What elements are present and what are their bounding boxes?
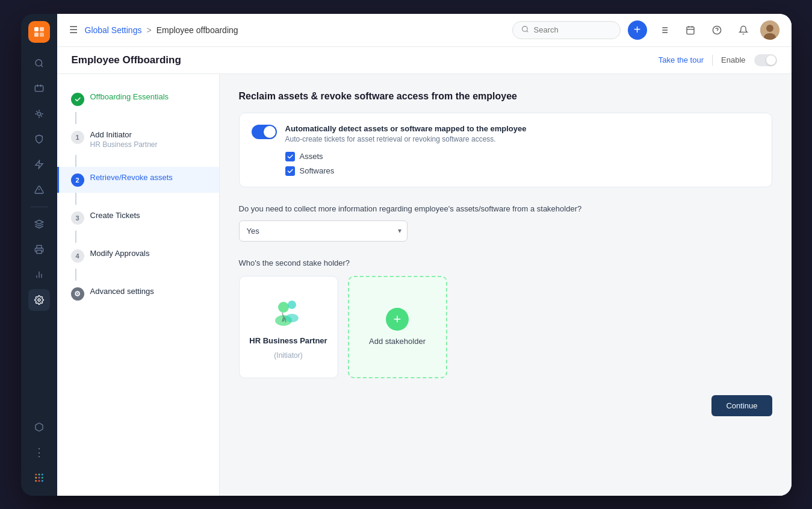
checkbox-softwares[interactable]: Softwares (285, 166, 760, 176)
svg-point-24 (522, 26, 527, 31)
sidebar-icon-shield[interactable] (28, 128, 50, 150)
nav-item-approvals[interactable]: 4 Modify Approvals (57, 243, 219, 269)
nav-item-essentials[interactable]: Offboarding Essentials (57, 86, 219, 112)
add-stakeholder-card[interactable]: + Add stakeholder (348, 276, 447, 378)
toggle-card-desc: Auto-create tickets for asset retrieval … (285, 135, 527, 143)
calendar-icon[interactable] (681, 20, 700, 40)
page-title: Employee Offboarding (72, 54, 181, 66)
checkbox-assets-box[interactable] (285, 152, 295, 161)
checkbox-softwares-box[interactable] (285, 166, 295, 176)
svg-rect-3 (40, 33, 44, 37)
sidebar: ⋮ (21, 14, 57, 496)
enable-toggle[interactable] (754, 54, 777, 66)
svg-point-14 (38, 299, 40, 301)
nav-item-initiator[interactable]: 1 Add Initiator HR Business Partner (57, 124, 219, 155)
breadcrumb: Global Settings > Employee offboarding (85, 25, 238, 35)
sidebar-icon-printer[interactable] (28, 239, 50, 260)
main-content: ☰ Global Settings > Employee offboarding… (57, 14, 792, 496)
nav-step-advanced: ⚙ (71, 287, 84, 301)
nav-label-essentials: Offboarding Essentials (90, 92, 207, 101)
svg-point-43 (285, 314, 299, 322)
stakeholder-cards: HR Business Partner (Initiator) + Add st… (239, 276, 772, 378)
question2-label: Who's the second stake holder? (239, 258, 772, 267)
nav-step-essentials (71, 93, 84, 106)
svg-point-15 (35, 473, 37, 475)
nav-item-retrieve[interactable]: 2 Retrieve/Revoke assets (57, 167, 219, 193)
nav-connector-1 (75, 112, 76, 124)
sidebar-icon-grid[interactable] (28, 467, 50, 489)
nav-sublabel-initiator: HR Business Partner (90, 140, 207, 149)
left-nav: Offboarding Essentials 1 Add Initiator H… (57, 74, 220, 496)
svg-point-19 (38, 476, 40, 478)
nav-label-initiator: Add Initiator (90, 130, 207, 139)
svg-point-4 (36, 60, 42, 66)
nav-step-tickets: 3 (71, 211, 84, 225)
yes-no-select[interactable]: Yes No (239, 220, 408, 242)
sidebar-icon-alert[interactable] (28, 179, 50, 201)
continue-row: Continue (239, 395, 772, 416)
app-logo[interactable] (28, 21, 50, 43)
question1-label: Do you need to collect more information … (239, 204, 772, 213)
checkbox-softwares-label: Softwares (300, 166, 335, 175)
checkbox-assets-label: Assets (300, 152, 323, 161)
tasks-icon[interactable] (654, 20, 674, 40)
page-header: Employee Offboarding Take the tour Enabl… (57, 47, 792, 74)
search-input[interactable] (534, 25, 612, 34)
breadcrumb-global-settings[interactable]: Global Settings (85, 25, 142, 35)
topbar-actions: + (628, 20, 779, 40)
right-panel: Reclaim assets & revoke software access … (220, 74, 792, 496)
avatar[interactable] (760, 20, 779, 40)
notifications-icon[interactable] (734, 20, 753, 40)
nav-connector-4 (75, 231, 76, 243)
sidebar-icon-chart[interactable] (28, 264, 50, 286)
checkbox-assets[interactable]: Assets (285, 152, 760, 161)
menu-icon[interactable]: ☰ (69, 24, 78, 36)
svg-point-41 (288, 301, 296, 309)
nav-connector-5 (75, 269, 76, 281)
select-wrapper[interactable]: Yes No ▾ (239, 220, 408, 242)
sidebar-icon-settings[interactable] (28, 289, 50, 311)
nav-connector-2 (75, 155, 76, 167)
auto-detect-toggle[interactable] (252, 125, 277, 139)
ios-toggle-knob (264, 126, 276, 138)
sidebar-icon-search[interactable] (28, 52, 50, 74)
toggle-card-header: Automatically detect assets or software … (252, 124, 760, 143)
svg-rect-2 (34, 33, 39, 37)
nav-connector-3 (75, 193, 76, 205)
nav-step-initiator: 1 (71, 131, 84, 144)
svg-point-18 (35, 476, 37, 478)
sidebar-icon-more[interactable]: ⋮ (28, 442, 50, 463)
stakeholder-hr-role: (Initiator) (274, 351, 302, 360)
topbar: ☰ Global Settings > Employee offboarding… (57, 14, 792, 47)
sidebar-icon-lightning[interactable] (28, 154, 50, 175)
enable-divider (712, 55, 713, 66)
stakeholder-avatar-hr (270, 294, 306, 330)
continue-button[interactable]: Continue (711, 395, 772, 416)
search-bar[interactable] (512, 21, 621, 39)
take-tour-link[interactable]: Take the tour (659, 55, 704, 64)
sidebar-icon-tickets[interactable] (28, 78, 50, 99)
sidebar-icon-cube[interactable] (28, 416, 50, 438)
svg-point-16 (38, 473, 40, 475)
svg-rect-0 (34, 27, 39, 31)
stakeholder-card-hr[interactable]: HR Business Partner (Initiator) (239, 276, 338, 378)
nav-step-retrieve: 2 (71, 173, 84, 187)
svg-point-22 (38, 479, 40, 481)
content-area: Offboarding Essentials 1 Add Initiator H… (57, 74, 792, 496)
help-icon[interactable] (707, 20, 727, 40)
sidebar-icon-layers[interactable] (28, 213, 50, 235)
nav-item-advanced[interactable]: ⚙ Advanced settings (57, 281, 219, 307)
svg-rect-31 (687, 27, 694, 34)
svg-point-6 (37, 112, 40, 115)
svg-point-40 (278, 302, 289, 313)
svg-point-21 (35, 479, 37, 481)
nav-label-approvals: Modify Approvals (90, 249, 207, 258)
svg-marker-9 (35, 220, 43, 224)
nav-item-tickets[interactable]: 3 Create Tickets (57, 205, 219, 231)
sidebar-icon-bugs[interactable] (28, 103, 50, 125)
svg-point-38 (766, 25, 773, 32)
svg-point-17 (41, 473, 43, 475)
svg-rect-1 (40, 27, 44, 31)
svg-point-23 (41, 479, 43, 481)
add-button[interactable]: + (628, 20, 647, 40)
